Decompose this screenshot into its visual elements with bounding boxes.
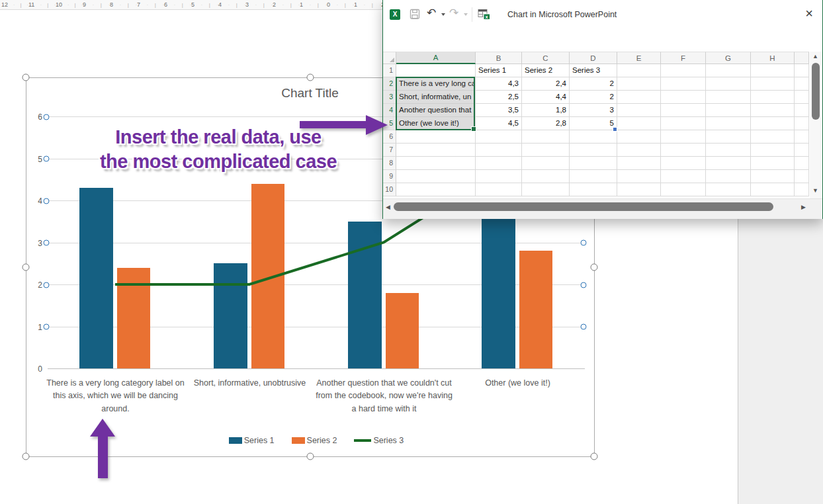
cell-C10[interactable]: [522, 183, 570, 196]
cell-I2[interactable]: [795, 77, 809, 91]
row-header-7[interactable]: 7: [383, 144, 396, 157]
cell-F7[interactable]: [661, 144, 706, 157]
cell-A5[interactable]: Other (we love it!): [396, 117, 476, 130]
cell-A9[interactable]: [396, 170, 476, 183]
cell-F4[interactable]: [661, 104, 706, 117]
legend-item-series3[interactable]: Series 3: [354, 436, 404, 445]
gridline-handle-left[interactable]: [44, 240, 50, 246]
category-label-3[interactable]: Another question that we couldn't cut fr…: [316, 377, 453, 415]
cell-G5[interactable]: [706, 117, 751, 130]
cell-C6[interactable]: [522, 130, 570, 144]
cell-B8[interactable]: [476, 157, 522, 170]
bar-series2-cat1[interactable]: [117, 268, 150, 368]
cell-C8[interactable]: [522, 157, 570, 170]
excel-data-window[interactable]: X ↶ ↷ x Chart in Microsoft PowerPoint ×: [382, 0, 823, 219]
cell-E2[interactable]: [617, 77, 661, 91]
cell-F6[interactable]: [661, 130, 706, 144]
cell-H1[interactable]: [751, 64, 795, 77]
bar-series1-cat1[interactable]: [79, 188, 113, 368]
cell-E3[interactable]: [617, 91, 661, 104]
horizontal-scrollbar-thumb[interactable]: [394, 202, 773, 211]
excel-titlebar[interactable]: X ↶ ↷ x Chart in Microsoft PowerPoint ×: [383, 0, 822, 29]
gridline-handle-left[interactable]: [44, 282, 50, 288]
cell-H2[interactable]: [751, 77, 795, 91]
cell-F8[interactable]: [661, 157, 706, 170]
cell-A4[interactable]: Another question that: [396, 104, 476, 117]
scroll-right-icon[interactable]: ▶: [801, 204, 806, 210]
cell-F9[interactable]: [661, 170, 706, 183]
column-header-C[interactable]: C: [522, 52, 570, 64]
cell-I7[interactable]: [795, 144, 809, 157]
gridline-handle-right[interactable]: [581, 282, 587, 288]
cell-H10[interactable]: [751, 183, 795, 196]
cell-C9[interactable]: [522, 170, 570, 183]
cell-D9[interactable]: [570, 170, 617, 183]
cell-G3[interactable]: [706, 91, 751, 104]
cell-E1[interactable]: [617, 64, 661, 77]
cell-H3[interactable]: [751, 91, 795, 104]
bar-series2-cat4[interactable]: [519, 251, 552, 368]
cell-E8[interactable]: [617, 157, 661, 170]
cell-I1[interactable]: [795, 64, 809, 77]
cell-A7[interactable]: [396, 144, 476, 157]
cell-D2[interactable]: 2: [570, 77, 617, 91]
cell-I4[interactable]: [795, 104, 809, 117]
gridline-handle-right[interactable]: [581, 324, 587, 330]
cell-F2[interactable]: [661, 77, 706, 91]
chart-resize-handle[interactable]: [22, 74, 30, 81]
scroll-left-icon[interactable]: ◀: [386, 204, 390, 210]
chart-resize-handle[interactable]: [591, 264, 598, 271]
scroll-down-icon[interactable]: ▼: [812, 187, 818, 194]
column-header-B[interactable]: B: [476, 52, 522, 64]
cell-F1[interactable]: [661, 64, 706, 77]
cell-A10[interactable]: [396, 183, 476, 196]
cell-G7[interactable]: [706, 144, 751, 157]
gridline-handle-left[interactable]: [44, 198, 50, 204]
bar-series1-cat2[interactable]: [214, 263, 247, 368]
column-header-A[interactable]: A: [396, 52, 476, 64]
cell-B3[interactable]: 2,5: [476, 91, 522, 104]
undo-dropdown-icon[interactable]: [441, 13, 445, 16]
cell-H8[interactable]: [751, 157, 795, 170]
cell-A6[interactable]: [396, 130, 476, 144]
legend-item-series1[interactable]: Series 1: [229, 436, 275, 445]
cell-I10[interactable]: [795, 183, 809, 196]
cell-G10[interactable]: [706, 183, 751, 196]
cell-B6[interactable]: [476, 130, 522, 144]
cell-G9[interactable]: [706, 170, 751, 183]
cell-G4[interactable]: [706, 104, 751, 117]
cell-G6[interactable]: [706, 130, 751, 144]
cell-H4[interactable]: [751, 104, 795, 117]
cell-A1[interactable]: [396, 64, 476, 77]
cell-D8[interactable]: [570, 157, 617, 170]
cell-B5[interactable]: 4,5: [476, 117, 522, 130]
cell-I8[interactable]: [795, 157, 809, 170]
chart-resize-handle[interactable]: [307, 74, 314, 81]
row-header-8[interactable]: 8: [383, 157, 396, 170]
close-icon[interactable]: ×: [805, 6, 813, 21]
vertical-scrollbar-thumb[interactable]: [812, 63, 820, 120]
row-header-1[interactable]: 1: [383, 64, 396, 77]
scroll-up-icon[interactable]: ▲: [812, 53, 818, 60]
column-header-E[interactable]: E: [617, 52, 661, 64]
cell-E4[interactable]: [617, 104, 661, 117]
cell-E7[interactable]: [617, 144, 661, 157]
column-header-G[interactable]: G: [706, 52, 751, 64]
undo-icon[interactable]: ↶: [427, 6, 436, 20]
category-label-4[interactable]: Other (we love it!): [447, 377, 589, 390]
cell-F3[interactable]: [661, 91, 706, 104]
row-header-9[interactable]: 9: [383, 170, 396, 183]
cell-H5[interactable]: [751, 117, 795, 130]
select-all-corner[interactable]: [383, 52, 396, 64]
row-header-2[interactable]: 2: [383, 77, 396, 91]
category-label-2[interactable]: Short, informative, unobtrusive: [179, 377, 321, 390]
chart-resize-handle[interactable]: [22, 264, 30, 271]
category-label-1[interactable]: There is a very long category label on t…: [44, 377, 187, 415]
chart-legend[interactable]: Series 1 Series 2 Series 3: [48, 436, 585, 445]
cell-I3[interactable]: [795, 91, 809, 104]
cell-I5[interactable]: [795, 117, 809, 130]
cell-D4[interactable]: 3: [570, 104, 617, 117]
cell-I9[interactable]: [795, 170, 809, 183]
gridline-handle-right[interactable]: [581, 240, 587, 246]
chart-resize-handle[interactable]: [307, 453, 314, 460]
